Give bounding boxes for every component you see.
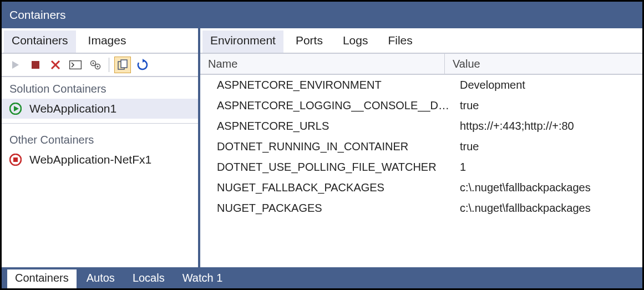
terminal-button[interactable] [67,57,84,73]
refresh-button[interactable] [134,57,151,73]
svg-rect-10 [121,60,127,68]
svg-point-8 [97,66,99,68]
running-icon [9,103,22,115]
env-var-value: 1 [452,161,642,174]
svg-marker-0 [12,61,19,69]
env-var-name: DOTNET_RUNNING_IN_CONTAINER [217,140,452,153]
env-var-name: ASPNETCORE_LOGGING__CONSOLE__DISA... [217,99,452,112]
env-row[interactable]: DOTNET_USE_POLLING_FILE_WATCHER1 [200,157,642,177]
containers-tool-window: Containers Containers Images [0,0,644,290]
env-row[interactable]: ASPNETCORE_ENVIRONMENTDevelopment [200,75,642,95]
env-var-value: c:\.nuget\fallbackpackages [452,202,642,215]
sidebar-tab-containers[interactable]: Containers [4,30,76,53]
stop-button[interactable] [27,57,44,73]
tab-ports[interactable]: Ports [288,30,331,53]
column-value[interactable]: Value [444,54,642,74]
window-title: Containers [9,8,66,22]
env-row[interactable]: NUGET_FALLBACK_PACKAGESc:\.nuget\fallbac… [200,177,642,198]
env-row[interactable]: DOTNET_RUNNING_IN_CONTAINERtrue [200,136,642,157]
copy-button[interactable] [114,57,131,73]
container-name: WebApplication1 [29,102,116,115]
other-containers-label: Other Containers [2,128,198,150]
bottom-tab-watch1[interactable]: Watch 1 [175,269,231,288]
svg-marker-11 [143,59,145,63]
close-icon [50,59,61,70]
gears-icon [89,59,102,70]
title-bar: Containers [2,2,642,28]
toolbar-separator [109,58,109,72]
bottom-tab-containers[interactable]: Containers [7,269,77,288]
env-var-name: DOTNET_USE_POLLING_FILE_WATCHER [217,161,452,174]
env-var-name: NUGET_PACKAGES [217,202,452,215]
solution-containers-label: Solution Containers [2,77,198,99]
bottom-tab-locals[interactable]: Locals [125,269,173,288]
container-item-webapplication-netfx1[interactable]: WebApplication-NetFx1 [2,150,198,170]
column-name[interactable]: Name [200,58,444,70]
start-button[interactable] [7,57,24,73]
tab-logs[interactable]: Logs [335,30,376,53]
toolbar [2,53,198,77]
stop-icon [31,60,40,69]
env-var-value: Development [452,79,642,91]
svg-rect-15 [13,157,18,162]
detail-tabs: Environment Ports Logs Files [200,28,642,53]
env-row[interactable]: ASPNETCORE_LOGGING__CONSOLE__DISA...true [200,95,642,116]
svg-point-6 [93,63,94,64]
tab-environment[interactable]: Environment [202,30,283,53]
sidebar-tab-images[interactable]: Images [80,30,134,53]
terminal-icon [69,60,82,69]
env-table-header: Name Value [200,53,642,75]
env-var-value: c:\.nuget\fallbackpackages [452,181,642,194]
env-var-value: https://+:443;http://+:80 [452,120,642,133]
env-table-body: ASPNETCORE_ENVIRONMENTDevelopmentASPNETC… [200,75,642,267]
sidebar-divider [2,123,198,124]
env-var-value: true [452,140,642,153]
env-var-name: ASPNETCORE_ENVIRONMENT [217,79,452,91]
env-var-name: ASPNETCORE_URLS [217,120,452,133]
content-area: Environment Ports Logs Files Name Value … [200,28,642,267]
env-var-name: NUGET_FALLBACK_PACKAGES [217,181,452,194]
container-name: WebApplication-NetFx1 [29,153,151,166]
copy-icon [117,59,128,70]
tab-files[interactable]: Files [380,30,420,53]
sidebar-tabs: Containers Images [2,28,198,53]
env-var-value: true [452,99,642,112]
stopped-icon [9,154,22,166]
play-icon [11,60,20,69]
env-row[interactable]: ASPNETCORE_URLShttps://+:443;http://+:80 [200,116,642,136]
svg-rect-1 [32,61,39,69]
remove-button[interactable] [47,57,64,73]
refresh-icon [136,59,149,71]
svg-marker-13 [14,106,19,111]
sidebar: Containers Images [2,28,200,267]
env-row[interactable]: NUGET_PACKAGESc:\.nuget\fallbackpackages [200,198,642,218]
bottom-tab-autos[interactable]: Autos [79,269,123,288]
bottom-tab-strip: Containers Autos Locals Watch 1 [2,267,642,288]
main-area: Containers Images [2,28,642,267]
svg-rect-4 [70,61,82,69]
settings-button[interactable] [87,57,104,73]
container-item-webapplication1[interactable]: WebApplication1 [2,99,198,119]
